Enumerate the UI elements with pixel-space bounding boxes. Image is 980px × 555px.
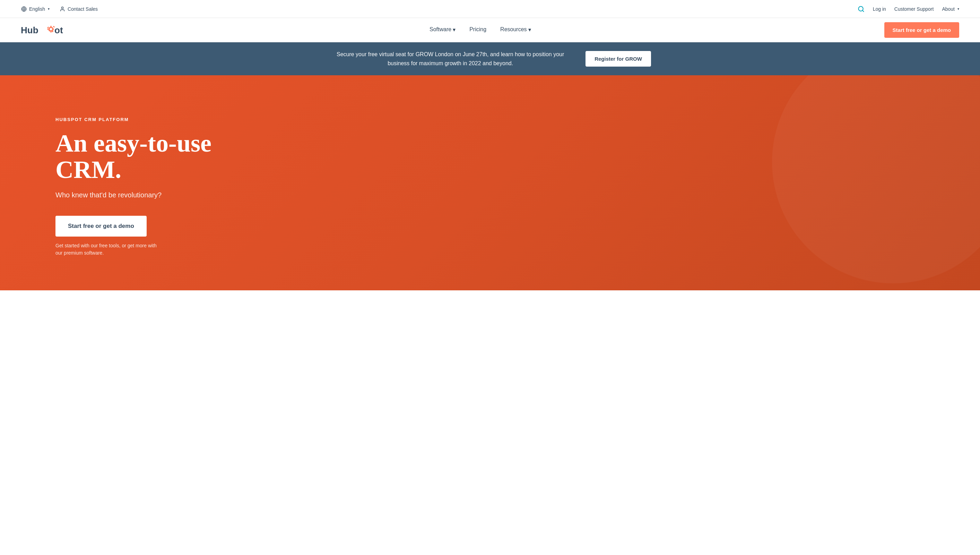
language-label: English [29, 6, 45, 12]
hero-cta-button[interactable]: Start free or get a demo [56, 216, 147, 237]
utility-bar-left: English ▾ Contact Sales [21, 6, 98, 12]
pricing-label: Pricing [469, 26, 486, 33]
logo-link[interactable]: Hub ot [21, 23, 76, 37]
utility-bar-right: Log in Customer Support About ▾ [858, 6, 959, 13]
hero-section: HUBSPOT CRM PLATFORM An easy-to-use CRM.… [0, 75, 980, 290]
contact-sales-label: Contact Sales [67, 6, 98, 12]
banner-text: Secure your free virtual seat for GROW L… [329, 50, 572, 67]
hero-eyebrow: HUBSPOT CRM PLATFORM [56, 117, 959, 122]
svg-rect-9 [51, 31, 52, 33]
nav-links: Software ▾ Pricing Resources ▾ [424, 18, 537, 42]
hero-subheading: Who knew that'd be revolutionary? [56, 191, 959, 199]
nav-item-pricing[interactable]: Pricing [464, 18, 492, 42]
about-chevron-icon: ▾ [958, 7, 959, 11]
svg-text:ot: ot [54, 25, 63, 35]
language-chevron-icon: ▾ [48, 7, 50, 11]
search-button[interactable] [858, 6, 865, 13]
user-icon [59, 6, 66, 12]
hero-heading: An easy-to-use CRM. [56, 130, 264, 183]
hero-disclaimer: Get started with our free tools, or get … [56, 242, 160, 257]
about-label: About [942, 6, 955, 12]
customer-support-link[interactable]: Customer Support [894, 6, 934, 12]
nav-item-software[interactable]: Software ▾ [424, 18, 461, 42]
resources-chevron-icon: ▾ [528, 26, 531, 33]
banner-register-button[interactable]: Register for GROW [585, 51, 651, 67]
svg-rect-8 [51, 26, 52, 27]
svg-rect-10 [47, 29, 49, 29]
software-label: Software [430, 26, 451, 33]
utility-bar: English ▾ Contact Sales Log in Customer … [0, 0, 980, 18]
svg-line-4 [862, 10, 864, 11]
svg-point-7 [50, 28, 52, 30]
main-nav: Hub ot Software ▾ Pricing Resources [0, 18, 980, 42]
resources-label: Resources [500, 26, 527, 33]
customer-support-label: Customer Support [894, 6, 934, 12]
software-chevron-icon: ▾ [453, 26, 456, 33]
about-link[interactable]: About ▾ [942, 6, 959, 12]
language-selector[interactable]: English ▾ [21, 6, 50, 12]
svg-text:Hub: Hub [21, 25, 38, 35]
globe-icon [21, 6, 27, 12]
svg-point-2 [61, 7, 63, 9]
nav-item-resources[interactable]: Resources ▾ [495, 18, 536, 42]
login-link[interactable]: Log in [873, 6, 886, 12]
hubspot-logo: Hub ot [21, 23, 76, 37]
announcement-banner: Secure your free virtual seat for GROW L… [0, 42, 980, 75]
contact-sales-link[interactable]: Contact Sales [59, 6, 98, 12]
nav-cta-button[interactable]: Start free or get a demo [884, 22, 959, 38]
svg-rect-11 [52, 29, 54, 29]
